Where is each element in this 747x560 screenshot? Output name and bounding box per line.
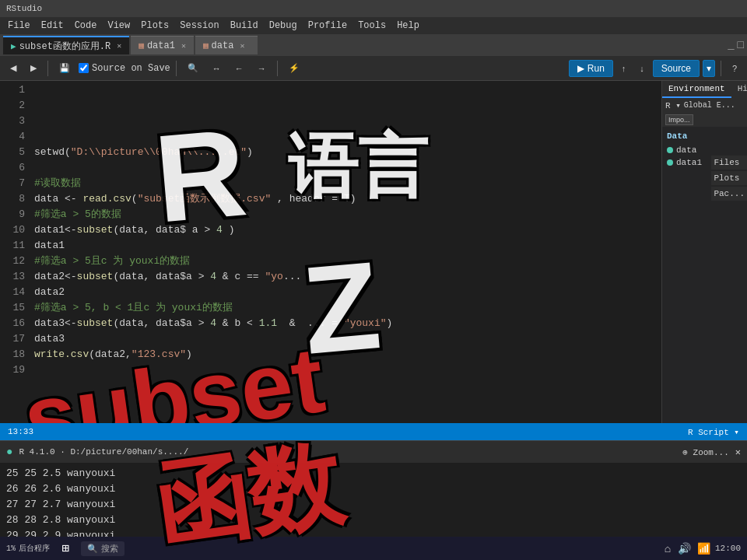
code-line-14: data2 [31, 285, 661, 300]
source-on-save-container: Source on Save [79, 63, 170, 74]
menu-build[interactable]: Build [226, 19, 263, 33]
code-line-13: data2<-subset(data, data$a > 4 & c == "y… [31, 269, 661, 285]
code-line-7: #读取数据 [31, 176, 661, 191]
console-path: R 4.1.0 · D:/picture/00han/s..../ [19, 447, 188, 457]
menu-edit[interactable]: Edit [37, 19, 68, 33]
tab-data-icon: ▦ [203, 40, 209, 51]
tray-time: 12:00 [715, 544, 741, 553]
code-line-10: data1<-subset(data, data$ a > 4 ) [31, 222, 661, 238]
code-line-9: #筛选a > 5的数据 [31, 207, 661, 222]
menu-debug[interactable]: Debug [265, 19, 302, 33]
code-line-1 [31, 82, 661, 98]
run-label: Run [587, 63, 605, 74]
taskbar-trc: 1% 后台程序 [6, 543, 50, 554]
code-line-6 [31, 160, 661, 176]
statusbar: 13:33 R Script ▾ [0, 423, 747, 440]
global-env-label[interactable]: Global E... [684, 101, 735, 110]
maximize-icon[interactable]: □ [738, 39, 744, 51]
outdent-button[interactable]: ← [230, 59, 249, 78]
code-area[interactable]: setwd("D:\\picture\\00han\\.....et") #读取… [31, 81, 661, 423]
code-line-19 [31, 362, 661, 378]
forward-button[interactable]: ▶ [25, 59, 42, 78]
import-button[interactable]: Impo... [665, 114, 693, 125]
up-arrow-button[interactable]: ↑ [616, 59, 632, 78]
plots-tab[interactable]: Plots [711, 171, 747, 185]
indent-button[interactable]: → [252, 59, 272, 78]
toolbar-sep2 [176, 61, 177, 76]
search-button[interactable]: 🔍 [182, 59, 204, 78]
code-line-15: #筛选a > 5, b < 1且c 为 youxi的数据 [31, 300, 661, 316]
tab-close-icon[interactable]: ✕ [117, 41, 121, 51]
tab-data-label: data [212, 40, 234, 51]
tab-subset[interactable]: ▶ subset函数的应用.R ✕ [3, 36, 129, 54]
code-line-11: data1 [31, 238, 661, 254]
zoom-icon[interactable]: ⊕ Zoom... [682, 447, 728, 457]
menu-view[interactable]: View [103, 19, 135, 33]
search-label: 搜索 [101, 543, 118, 555]
system-tray: ⌂ 🔊 📶 12:00 [665, 542, 741, 555]
env-item-data1-label: data1 [676, 158, 702, 167]
env-dot-data [667, 147, 673, 153]
tab-data-close[interactable]: ✕ [240, 41, 244, 51]
console-close[interactable]: ✕ [735, 446, 741, 458]
toolbar-sep4 [721, 61, 721, 76]
right-panel-tabs: Environment Hist... [662, 81, 747, 98]
titlebar: RStudio [0, 0, 747, 17]
source-button[interactable]: Source [653, 60, 700, 77]
run-button[interactable]: ▶ Run [569, 60, 613, 77]
packages-tab[interactable]: Pac... [711, 187, 747, 201]
toolbar-sep3 [277, 61, 278, 76]
menubar: File Edit Code View Plots Session Build … [0, 17, 747, 34]
code-line-16: data3<-subset(data, data$a > 4 & b < 1.1… [31, 316, 661, 331]
source-dropdown[interactable]: ▾ [703, 60, 715, 77]
wand-button[interactable]: ⚡ [283, 59, 305, 78]
menu-profile[interactable]: Profile [303, 19, 352, 33]
search-bar[interactable]: 🔍 搜索 [81, 541, 124, 556]
file-type[interactable]: R Script ▾ [688, 427, 739, 437]
minimize-icon[interactable]: _ [728, 39, 734, 51]
code-line-4 [31, 129, 661, 145]
tab-subset-label: subset函数的应用.R [19, 40, 111, 53]
console-line-28: 28 28 2.8 wanyouxi [6, 513, 741, 528]
menu-tools[interactable]: Tools [353, 19, 391, 33]
env-item-data[interactable]: data [667, 144, 742, 156]
back-button[interactable]: ◀ [5, 59, 22, 78]
taskbar: 1% 后台程序 ⊞ 🔍 搜索 ⌂ 🔊 📶 12:00 [0, 537, 747, 560]
save-button[interactable]: 💾 [54, 59, 75, 78]
console-line-25: 25 25 2.5 wanyouxi [6, 466, 741, 481]
source-on-save-checkbox[interactable] [79, 63, 89, 73]
menu-file[interactable]: File [3, 19, 35, 33]
code-line-18: write.csv(data2,"123.csv") [31, 347, 661, 362]
help-button[interactable]: ? [727, 59, 742, 78]
menu-session[interactable]: Session [175, 19, 223, 33]
tab-data1-close[interactable]: ✕ [181, 41, 186, 51]
app-title: RStudio [6, 4, 42, 13]
menu-plots[interactable]: Plots [136, 19, 174, 33]
menu-code[interactable]: Code [70, 19, 102, 33]
source-label: Source [661, 63, 691, 74]
code-line-3 [31, 114, 661, 129]
console-line-26: 26 26 2.6 wanyouxi [6, 481, 741, 497]
menu-help[interactable]: Help [392, 19, 424, 33]
tab-history[interactable]: Hist... [731, 81, 747, 98]
win-start-btn[interactable]: ⊞ [56, 539, 75, 558]
right-panel: Environment Hist... R ▾ Global E... Impo… [661, 81, 747, 423]
trc-label: 后台程序 [19, 543, 50, 554]
replace-button[interactable]: ↔ [207, 59, 226, 78]
tab-environment[interactable]: Environment [662, 81, 731, 98]
down-arrow-button[interactable]: ↓ [634, 59, 650, 78]
toolbar-sep1 [47, 61, 48, 76]
tabbar: ▶ subset函数的应用.R ✕ ▦ data1 ✕ ▦ data ✕ _ □ [0, 34, 747, 56]
line-numbers: 12345 678910 1112131415 16171819 [0, 81, 31, 423]
files-tab[interactable]: Files [711, 156, 747, 170]
tab-data1[interactable]: ▦ data1 ✕ [131, 36, 194, 54]
toolbar: ◀ ▶ 💾 Source on Save 🔍 ↔ ← → ⚡ ▶ Run ↑ ↓… [0, 56, 747, 81]
r-version-label[interactable]: R ▾ [665, 100, 681, 110]
code-line-8: data <- read.csv("subset函数示例数据.csv" , he… [31, 191, 661, 207]
tab-data[interactable]: ▦ data ✕ [195, 36, 258, 54]
code-line-17: data3 [31, 331, 661, 347]
code-line-2 [31, 98, 661, 114]
tab-r-icon: ▶ [11, 41, 16, 51]
code-line-5: setwd("D:\\picture\\00han\\.....et") [31, 145, 661, 160]
tab-data1-label: data1 [147, 40, 175, 51]
